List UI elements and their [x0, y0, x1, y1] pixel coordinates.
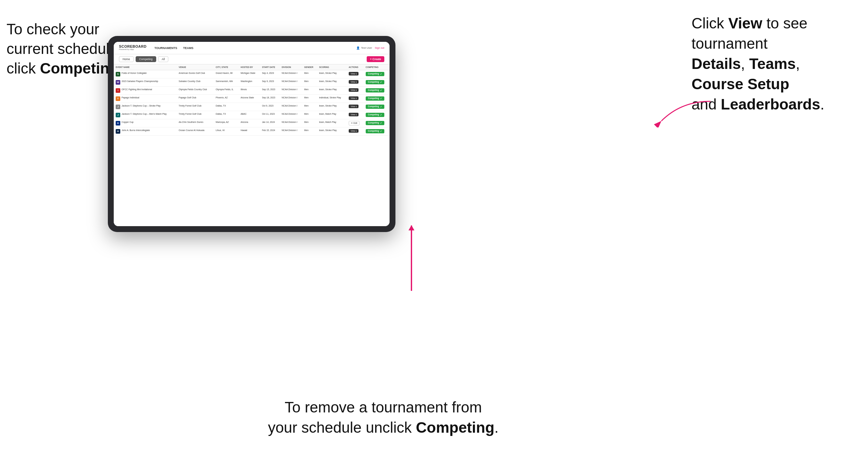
- cell-scoring: team, Stroke Play: [317, 103, 347, 111]
- table-header: EVENT NAME VENUE CITY, STATE HOSTED BY S…: [114, 64, 390, 70]
- tournaments-table: EVENT NAME VENUE CITY, STATE HOSTED BY S…: [114, 64, 390, 136]
- cell-competing[interactable]: Competing: [364, 119, 390, 127]
- competing-badge[interactable]: Competing: [366, 96, 384, 101]
- competing-badge[interactable]: Competing: [366, 88, 384, 92]
- cell-venue: Trinity Forest Golf Club: [177, 103, 214, 111]
- event-name-cell: A Copper Cup: [114, 119, 177, 127]
- cell-hosted-by: [239, 103, 260, 111]
- col-start-date: START DATE: [260, 64, 280, 70]
- event-name-cell: I OFCC Fighting Illini Invitational: [114, 87, 177, 95]
- cell-competing[interactable]: Competing: [364, 111, 390, 119]
- tournaments-table-container: EVENT NAME VENUE CITY, STATE HOSTED BY S…: [114, 64, 390, 226]
- event-name-cell: S Folds of Honor Collegiate: [114, 70, 177, 79]
- cell-competing[interactable]: Competing: [364, 79, 390, 87]
- cell-competing[interactable]: Competing: [364, 87, 390, 95]
- cell-scoring: team, Match Play: [317, 111, 347, 119]
- cell-city-state: Sammamish, WA: [214, 79, 239, 87]
- view-button[interactable]: View ℹ: [349, 104, 359, 108]
- cell-city-state: Olympia Fields, IL: [214, 87, 239, 95]
- event-name-text: John A. Burns Intercollegiate: [122, 129, 150, 132]
- cell-gender: Men: [302, 111, 317, 119]
- cell-start-date: Sep 4, 2023: [260, 70, 280, 79]
- cell-hosted-by: Hawaii: [239, 127, 260, 136]
- cell-actions[interactable]: View ℹ: [347, 79, 364, 87]
- competing-badge[interactable]: Competing: [366, 121, 384, 125]
- event-name-cell: W 2023 Sahalee Players Championship: [114, 79, 177, 87]
- school-logo: J: [116, 104, 120, 109]
- cell-gender: Men: [302, 70, 317, 79]
- cell-competing[interactable]: Competing: [364, 95, 390, 103]
- col-hosted-by: HOSTED BY: [239, 64, 260, 70]
- tablet-device: SCOREBOARD Powered by clipp TOURNAMENTS …: [108, 36, 396, 232]
- view-button[interactable]: View ℹ: [349, 88, 359, 92]
- cell-scoring: team, Stroke Play: [317, 87, 347, 95]
- tablet-screen: SCOREBOARD Powered by clipp TOURNAMENTS …: [114, 42, 390, 226]
- nav-tournaments[interactable]: TOURNAMENTS: [154, 46, 177, 50]
- school-logo: I: [116, 88, 120, 93]
- cell-hosted-by: Arizona: [239, 119, 260, 127]
- annotation-course-bold: Course Setup: [691, 75, 789, 92]
- table-row: Y Papago Individual Papago Golf ClubPhoe…: [114, 95, 390, 103]
- table-body: S Folds of Honor Collegiate American Dun…: [114, 70, 390, 136]
- col-event-name: EVENT NAME: [114, 64, 177, 70]
- arrow-to-bottom-annotation: [411, 225, 412, 291]
- event-name-text: Folds of Honor Collegiate: [122, 72, 147, 75]
- cell-gender: Men: [302, 87, 317, 95]
- cell-competing[interactable]: Competing: [364, 103, 390, 111]
- col-scoring: SCORING: [317, 64, 347, 70]
- create-button[interactable]: + Create: [367, 56, 384, 62]
- competing-badge[interactable]: Competing: [366, 80, 384, 84]
- cell-actions[interactable]: View ℹ: [347, 70, 364, 79]
- annotation-line2: current schedule,: [6, 40, 122, 57]
- school-logo: J: [116, 113, 120, 117]
- view-button[interactable]: View ℹ: [349, 129, 359, 133]
- table-row: J Jackson T. Stephens Cup – Stroke Play …: [114, 103, 390, 111]
- tab-home[interactable]: Home: [119, 56, 134, 62]
- cell-actions[interactable]: View ℹ: [347, 111, 364, 119]
- view-button[interactable]: View ℹ: [349, 96, 359, 100]
- annotation-bottom: To remove a tournament from your schedul…: [268, 397, 499, 438]
- nav-signout[interactable]: Sign out: [375, 46, 384, 49]
- tab-all[interactable]: All: [158, 56, 168, 62]
- annotation-view-bold: View: [728, 15, 762, 32]
- school-logo: Y: [116, 96, 120, 101]
- competing-badge[interactable]: Competing: [366, 129, 384, 133]
- edit-button[interactable]: ✏ Edit: [349, 121, 360, 125]
- cell-start-date: Sep 15, 2023: [260, 87, 280, 95]
- view-button[interactable]: View ℹ: [349, 80, 359, 84]
- cell-competing[interactable]: Competing: [364, 70, 390, 79]
- tab-competing[interactable]: Competing: [135, 56, 156, 62]
- cell-hosted-by: ABAC: [239, 111, 260, 119]
- cell-division: NCAA Division I: [280, 87, 302, 95]
- competing-badge[interactable]: Competing: [366, 72, 384, 76]
- cell-hosted-by: Washington: [239, 79, 260, 87]
- cell-actions[interactable]: View ℹ: [347, 95, 364, 103]
- scoreboard-brand: SCOREBOARD Powered by clipp: [119, 45, 147, 51]
- cell-actions[interactable]: View ℹ: [347, 103, 364, 111]
- annotation-leaderboards-bold: Leaderboards: [721, 96, 820, 113]
- table-row: I OFCC Fighting Illini Invitational Olym…: [114, 87, 390, 95]
- cell-actions[interactable]: View ℹ: [347, 87, 364, 95]
- view-button[interactable]: View ℹ: [349, 113, 359, 116]
- cell-actions[interactable]: View ℹ: [347, 127, 364, 136]
- cell-division: NCAA Division I: [280, 79, 302, 87]
- view-button[interactable]: View ℹ: [349, 72, 359, 75]
- cell-division: NCAA Division I: [280, 119, 302, 127]
- event-name-cell: H John A. Burns Intercollegiate: [114, 127, 177, 136]
- cell-start-date: Oct 9, 2023: [260, 103, 280, 111]
- cell-actions[interactable]: ✏ Edit: [347, 119, 364, 127]
- cell-city-state: Lihue, HI: [214, 127, 239, 136]
- school-logo: H: [116, 129, 120, 134]
- competing-badge[interactable]: Competing: [366, 113, 384, 117]
- navbar: SCOREBOARD Powered by clipp TOURNAMENTS …: [114, 42, 390, 54]
- school-logo: W: [116, 80, 120, 85]
- table-row: A Copper Cup Ak-Chin Southern DunesMaric…: [114, 119, 390, 127]
- nav-teams[interactable]: TEAMS: [183, 46, 193, 50]
- cell-start-date: Oct 11, 2023: [260, 111, 280, 119]
- competing-badge[interactable]: Competing: [366, 104, 384, 109]
- event-name-text: Papago Individual: [122, 96, 139, 99]
- cell-competing[interactable]: Competing: [364, 127, 390, 136]
- annotation-bottom-line1: To remove a tournament from: [285, 399, 482, 416]
- school-logo: A: [116, 121, 120, 125]
- cell-scoring: individual, Stroke Play: [317, 95, 347, 103]
